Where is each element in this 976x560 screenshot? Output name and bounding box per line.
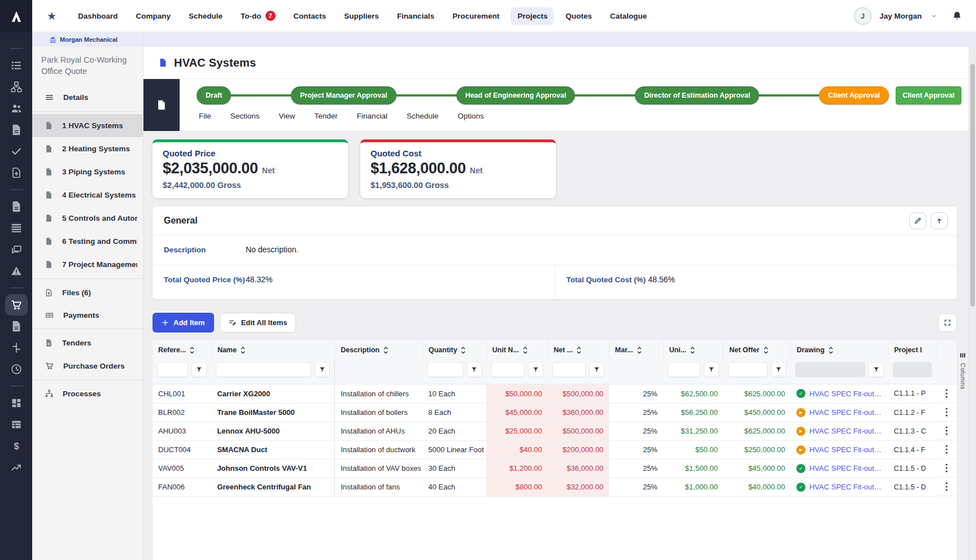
filter-net-offer-funnel[interactable] — [771, 362, 786, 377]
nav-schedule[interactable]: Schedule — [182, 7, 229, 25]
filter-net-funnel[interactable] — [589, 362, 604, 377]
notifications-bell-icon[interactable] — [952, 10, 962, 21]
row-menu-button[interactable] — [936, 384, 957, 403]
table-row[interactable]: DUCT004 SMACNA Duct Installation of duct… — [152, 440, 957, 459]
sidebar-item-section-1[interactable]: 1 HVAC Systems — [32, 114, 143, 137]
workflow-step-pm-approval[interactable]: Project Manager Approval — [291, 86, 396, 104]
sort-icon[interactable] — [241, 347, 245, 354]
sort-icon[interactable] — [637, 347, 642, 354]
menu-financial[interactable]: Financial — [357, 112, 387, 120]
drawing-link[interactable]: HVAC SPEC Fit-out 10... — [809, 464, 883, 473]
menu-sections[interactable]: Sections — [230, 112, 260, 120]
row-menu-button[interactable] — [936, 478, 957, 496]
menu-file[interactable]: File — [199, 112, 211, 120]
filter-reference-funnel[interactable] — [191, 362, 207, 377]
filter-reference-input[interactable] — [157, 362, 188, 377]
filter-unit-offer-input[interactable] — [668, 362, 700, 377]
sidebar-item-section-6[interactable]: 6 Testing and Commission — [32, 230, 143, 253]
fullscreen-button[interactable] — [938, 313, 957, 332]
row-menu-button[interactable] — [936, 403, 957, 422]
split-merge-icon[interactable] — [5, 337, 28, 358]
workflow-step-estimation-approval[interactable]: Director of Estimation Approval — [635, 86, 759, 104]
edit-button[interactable] — [909, 212, 926, 229]
nav-contacts[interactable]: Contacts — [287, 7, 333, 25]
chat-icon[interactable] — [5, 239, 28, 260]
menu-options[interactable]: Options — [457, 112, 484, 120]
row-menu-button[interactable] — [936, 422, 957, 440]
dashboard-grid-icon[interactable] — [5, 392, 28, 414]
trending-up-icon[interactable] — [5, 457, 28, 478]
sidebar-item-section-2[interactable]: 2 Heating Systems — [32, 137, 143, 160]
nav-projects[interactable]: Projects — [511, 7, 554, 25]
filter-unit-offer-funnel[interactable] — [704, 362, 719, 377]
chevron-down-icon[interactable] — [931, 13, 937, 19]
client-approval-button[interactable]: Client Approval — [896, 86, 961, 104]
sidebar-item-payments[interactable]: Payments — [32, 304, 143, 326]
filter-drawing-funnel[interactable] — [869, 362, 884, 377]
drawing-link[interactable]: HVAC SPEC Fit-out 10... — [809, 408, 883, 417]
sidebar-item-tenders[interactable]: Tenders — [32, 331, 143, 355]
filter-unit-net-funnel[interactable] — [528, 362, 543, 377]
sort-icon[interactable] — [690, 347, 695, 354]
tasks-check-icon[interactable] — [5, 141, 28, 162]
sort-icon[interactable] — [523, 347, 528, 354]
workflow-step-client-approval[interactable]: Client Approval — [819, 86, 889, 104]
sitemap-icon[interactable] — [5, 76, 28, 98]
sort-icon[interactable] — [384, 347, 388, 354]
filter-quantity-input[interactable] — [427, 362, 463, 377]
list-icon[interactable] — [5, 55, 28, 76]
dollar-icon[interactable]: $ — [5, 435, 28, 457]
sidebar-item-files[interactable]: Files (6) — [32, 281, 143, 304]
sidebar-item-details[interactable]: Details — [32, 86, 143, 109]
nav-financials[interactable]: Financials — [390, 7, 441, 25]
sidebar-item-section-4[interactable]: 4 Electrical Systems — [32, 183, 143, 207]
workflow-step-draft[interactable]: Draft — [197, 86, 231, 104]
filter-net-offer-input[interactable] — [728, 362, 768, 377]
rows-icon[interactable] — [5, 217, 28, 239]
cart-icon-active[interactable] — [5, 294, 28, 316]
drawing-link[interactable]: HVAC SPEC Fit-out 10... — [809, 445, 883, 454]
sort-icon[interactable] — [764, 347, 768, 354]
edit-all-items-button[interactable]: Edit All Items — [220, 313, 296, 333]
sidebar-item-section-5[interactable]: 5 Controls and Automatio — [32, 207, 143, 230]
table-row[interactable]: AHU003 Lennox AHU-5000 Installation of A… — [152, 422, 957, 440]
scrollbar-thumb[interactable] — [970, 64, 975, 307]
table-row[interactable]: FAN006 Greenheck Centrifugal Fan Install… — [152, 478, 957, 496]
warning-icon[interactable] — [5, 260, 28, 282]
filter-net-input[interactable] — [552, 362, 586, 377]
menu-view[interactable]: View — [279, 112, 295, 120]
favorite-star-icon[interactable]: ★ — [47, 10, 56, 23]
table-row[interactable]: CHL001 Carrier XG2000 Installation of ch… — [152, 384, 957, 404]
row-menu-button[interactable] — [936, 459, 957, 478]
nav-suppliers[interactable]: Suppliers — [337, 7, 386, 25]
nav-todo[interactable]: To-do7 — [234, 6, 282, 25]
contacts-icon[interactable] — [5, 98, 28, 119]
active-document-tab[interactable] — [143, 79, 180, 131]
sidebar-item-section-3[interactable]: 3 Piping Systems — [32, 160, 143, 183]
drawing-link[interactable]: HVAC SPEC Fit-out 10... — [809, 483, 883, 491]
nav-quotes[interactable]: Quotes — [559, 7, 599, 25]
columns-panel-toggle[interactable]: Columns — [959, 352, 966, 390]
file-upload-icon[interactable] — [5, 162, 28, 183]
filter-unit-net-input[interactable] — [491, 362, 525, 377]
document-icon[interactable] — [5, 119, 28, 141]
nav-catalogue[interactable]: Catalogue — [603, 7, 653, 25]
nav-procurement[interactable]: Procurement — [446, 7, 506, 25]
filter-name-input[interactable] — [216, 362, 311, 377]
archdesk-logo[interactable] — [0, 0, 32, 32]
invoice-icon[interactable] — [5, 316, 28, 337]
add-item-button[interactable]: Add Item — [152, 313, 214, 333]
vertical-scrollbar[interactable] — [969, 47, 976, 560]
sort-icon[interactable] — [461, 347, 465, 354]
collapse-button[interactable] — [931, 212, 948, 229]
table-row[interactable]: BLR002 Trane BoilMaster 5000 Installatio… — [152, 403, 957, 422]
sort-icon[interactable] — [190, 347, 194, 354]
filter-quantity-funnel[interactable] — [467, 362, 482, 377]
table-row[interactable]: VAV005 Johnson Controls VAV-V1 Installat… — [152, 459, 957, 478]
nav-dashboard[interactable]: Dashboard — [71, 7, 125, 25]
sort-icon[interactable] — [829, 347, 833, 354]
sidebar-item-section-7[interactable]: 7 Project Management — [32, 253, 143, 276]
avatar[interactable]: J — [854, 7, 872, 25]
menu-tender[interactable]: Tender — [315, 112, 338, 120]
menu-schedule[interactable]: Schedule — [407, 112, 438, 120]
